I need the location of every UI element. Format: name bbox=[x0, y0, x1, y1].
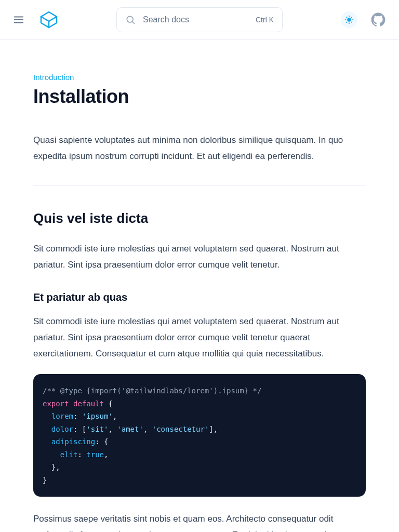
hamburger-icon bbox=[13, 14, 24, 25]
code-token: default bbox=[73, 400, 104, 408]
code-token: true bbox=[86, 450, 104, 459]
menu-button[interactable] bbox=[12, 14, 25, 26]
code-token: 'sit' bbox=[86, 425, 108, 433]
divider bbox=[33, 185, 366, 185]
svg-line-17 bbox=[351, 17, 352, 17]
svg-line-8 bbox=[132, 21, 135, 23]
page-title: Installation bbox=[33, 86, 366, 108]
logo[interactable] bbox=[39, 10, 58, 29]
section-heading: Quis vel iste dicta bbox=[33, 210, 366, 227]
code-token: lorem bbox=[51, 412, 73, 420]
top-header: Search docs Ctrl K bbox=[0, 0, 399, 39]
search-shortcut: Ctrl K bbox=[256, 16, 274, 24]
theme-toggle-button[interactable] bbox=[341, 11, 357, 28]
main-content: Introduction Installation Quasi sapiente… bbox=[0, 39, 399, 532]
paragraph: Possimus saepe veritatis sint nobis et q… bbox=[33, 511, 366, 532]
code-block: /** @type {import('@tailwindlabs/lorem')… bbox=[33, 374, 366, 497]
search-button[interactable]: Search docs Ctrl K bbox=[116, 7, 283, 32]
search-icon bbox=[125, 15, 136, 25]
svg-line-13 bbox=[351, 22, 352, 22]
subsection-heading: Et pariatur ab quas bbox=[33, 291, 366, 303]
code-token: dolor bbox=[51, 425, 73, 433]
svg-line-16 bbox=[347, 22, 347, 22]
logo-icon bbox=[39, 10, 58, 29]
code-token: adipiscing bbox=[51, 437, 95, 446]
code-token: 'ipsum' bbox=[82, 412, 113, 420]
subsection-paragraph: Sit commodi iste iure molestias qui amet… bbox=[33, 314, 366, 362]
svg-line-4 bbox=[41, 17, 49, 21]
search-placeholder: Search docs bbox=[143, 15, 248, 24]
section-paragraph: Sit commodi iste iure molestias qui amet… bbox=[33, 241, 366, 273]
svg-line-12 bbox=[347, 17, 347, 17]
lead-paragraph: Quasi sapiente voluptates aut minima non… bbox=[33, 132, 366, 164]
breadcrumb-eyebrow[interactable]: Introduction bbox=[33, 73, 366, 82]
header-actions bbox=[341, 11, 387, 28]
code-token: export bbox=[43, 400, 69, 408]
github-icon bbox=[371, 12, 385, 27]
sun-icon bbox=[344, 15, 354, 24]
code-token: 'amet' bbox=[117, 425, 143, 433]
code-comment: /** @type {import('@tailwindlabs/lorem')… bbox=[43, 387, 261, 395]
code-token: elit bbox=[60, 450, 78, 459]
code-token: 'consectetur' bbox=[152, 425, 209, 433]
svg-point-9 bbox=[348, 18, 351, 21]
github-link[interactable] bbox=[370, 11, 387, 28]
svg-line-5 bbox=[49, 17, 57, 21]
